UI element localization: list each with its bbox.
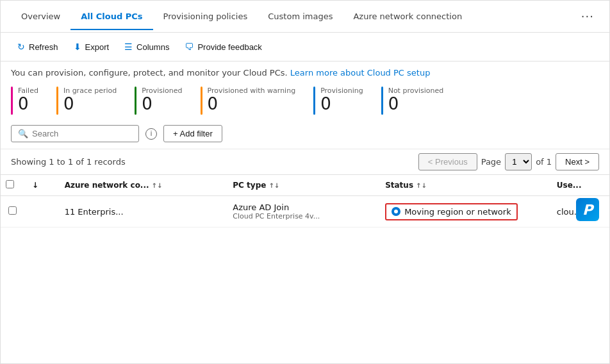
columns-button[interactable]: ☰ Columns <box>118 38 176 56</box>
status-failed-count: 0 <box>18 95 38 113</box>
th-pc-type-label: PC type <box>233 181 266 190</box>
info-text: You can provision, configure, protect, a… <box>11 68 288 78</box>
status-moving-icon <box>392 207 400 216</box>
row-checkbox[interactable] <box>1 196 24 228</box>
search-icon: 🔍 <box>18 129 28 138</box>
sort-down-icon: ↓ <box>32 181 38 190</box>
status-provisioned-bar <box>135 87 136 115</box>
status-provisioned[interactable]: Provisioned 0 <box>135 87 182 115</box>
export-label: Export <box>85 42 110 52</box>
export-button[interactable]: ⬇ Export <box>67 38 116 56</box>
status-grace-period[interactable]: In grace period 0 <box>56 87 117 115</box>
th-checkbox[interactable] <box>1 175 24 196</box>
records-text: Showing 1 to 1 of 1 records <box>11 157 418 167</box>
tab-custom-images[interactable]: Custom images <box>258 3 343 30</box>
row-pc-type: Azure AD Join Cloud PC Enterprise 4v... <box>225 196 377 228</box>
th-status[interactable]: Status ↑↓ <box>377 175 549 196</box>
status-warning-bar <box>201 87 202 115</box>
toolbar: ↻ Refresh ⬇ Export ☰ Columns 🗨 Provide f… <box>1 33 609 62</box>
table-row[interactable]: 11 Enterpris... Azure AD Join Cloud PC E… <box>1 196 609 228</box>
export-icon: ⬇ <box>74 42 81 52</box>
status-provisioning[interactable]: Provisioning 0 <box>313 87 363 115</box>
status-provisioning-count: 0 <box>320 95 363 113</box>
th-status-label: Status <box>385 181 413 190</box>
add-filter-label: + Add filter <box>173 129 213 138</box>
cloud-pcs-table: ↓ Azure network co... ↑↓ PC type ↑↓ <box>1 175 609 228</box>
th-user-label: Use... <box>557 181 582 190</box>
status-not-provisioned-bar <box>381 87 383 115</box>
status-provisioned-warning[interactable]: Provisioned with warning 0 <box>201 87 296 115</box>
refresh-icon: ↻ <box>17 42 25 52</box>
status-failed-bar <box>11 87 13 115</box>
next-button[interactable]: Next > <box>556 153 599 170</box>
status-not-provisioned-count: 0 <box>388 95 444 113</box>
th-pc-type[interactable]: PC type ↑↓ <box>225 175 377 196</box>
row-select-checkbox[interactable] <box>8 206 17 215</box>
status-highlight: Moving region or network <box>385 203 518 220</box>
tab-azure-network[interactable]: Azure network connection <box>343 3 472 30</box>
tab-provisioning-policies[interactable]: Provisioning policies <box>153 3 258 30</box>
feedback-button[interactable]: 🗨 Provide feedback <box>178 38 268 56</box>
th-user[interactable]: Use... <box>549 175 609 196</box>
more-menu-icon[interactable]: ··· <box>576 1 599 32</box>
row-indicator <box>24 196 57 228</box>
status-provisioning-bar <box>313 87 315 115</box>
status-grace-period-bar <box>56 87 58 115</box>
azure-sort-icon: ↑↓ <box>152 182 163 189</box>
previous-button[interactable]: < Previous <box>418 153 477 170</box>
filter-row: 🔍 i + Add filter <box>1 122 609 149</box>
add-filter-button[interactable]: + Add filter <box>163 125 222 142</box>
th-azure-label: Azure network co... <box>65 181 149 190</box>
row-status-text: Moving region or network <box>404 207 511 217</box>
status-grace-count: 0 <box>63 95 117 113</box>
status-not-provisioned[interactable]: Not provisioned 0 <box>381 87 444 115</box>
status-provisioned-count: 0 <box>142 95 182 113</box>
pc-type-sort-icon: ↑↓ <box>268 182 279 189</box>
row-azure-network: 11 Enterpris... <box>57 196 226 228</box>
refresh-label: Refresh <box>29 42 58 52</box>
tab-all-cloud-pcs[interactable]: All Cloud PCs <box>70 3 152 30</box>
feedback-icon: 🗨 <box>185 42 194 52</box>
row-status: Moving region or network <box>377 196 549 228</box>
status-failed[interactable]: Failed 0 <box>11 87 38 115</box>
nav-tabs: Overview All Cloud PCs Provisioning poli… <box>1 1 609 33</box>
columns-icon: ☰ <box>124 42 133 52</box>
page-label: Page <box>481 157 501 167</box>
refresh-button[interactable]: ↻ Refresh <box>11 38 65 56</box>
search-input[interactable] <box>32 129 132 138</box>
page-select[interactable]: 1 <box>505 153 532 170</box>
th-sort-col[interactable]: ↓ <box>24 175 57 196</box>
row-pc-type-main: Azure AD Join <box>233 203 289 212</box>
feedback-label: Provide feedback <box>197 42 261 52</box>
info-icon[interactable]: i <box>145 128 157 140</box>
status-warning-count: 0 <box>208 95 296 113</box>
status-counts: Failed 0 In grace period 0 Provisioned 0… <box>1 81 609 122</box>
info-bar: You can provision, configure, protect, a… <box>1 62 609 81</box>
records-row: Showing 1 to 1 of 1 records < Previous P… <box>1 149 609 174</box>
row-pc-type-detail: Cloud PC Enterprise 4v... <box>233 212 320 220</box>
tab-overview[interactable]: Overview <box>11 3 70 30</box>
select-all-checkbox[interactable] <box>6 180 14 188</box>
status-warning-label: Provisioned with warning <box>208 87 296 95</box>
pagination: < Previous Page 1 of 1 Next > <box>418 153 599 170</box>
search-box[interactable]: 🔍 <box>11 125 139 142</box>
learn-more-link[interactable]: Learn more about Cloud PC setup <box>290 68 431 78</box>
status-sort-icon: ↑↓ <box>416 182 427 189</box>
watermark: P <box>576 198 599 221</box>
of-label: of 1 <box>536 157 552 167</box>
th-azure-network[interactable]: Azure network co... ↑↓ <box>57 175 226 196</box>
columns-label: Columns <box>136 42 169 52</box>
table-container: ↓ Azure network co... ↑↓ PC type ↑↓ <box>1 174 609 228</box>
